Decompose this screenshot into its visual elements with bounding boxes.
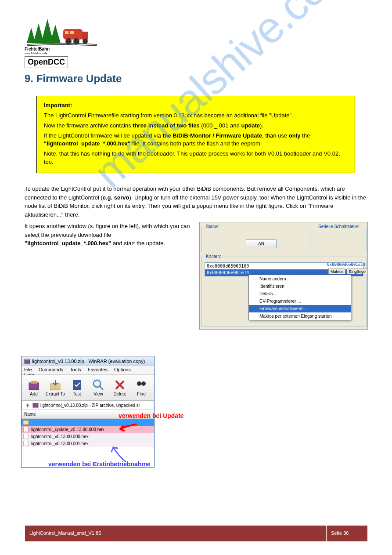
menu-options[interactable]: Options [114,367,131,372]
serial-fieldset: Serielle Schnittstelle: [314,227,367,252]
file-row-000[interactable]: lightcontrol_v0.13.00.000.hex [22,433,154,440]
menu-tools[interactable]: Tools [70,367,81,372]
status-label: Status: [205,224,221,229]
menu-cv-prog[interactable]: CV-Programmierer ... [249,297,351,305]
menu-macros-extern[interactable]: Makros per externen Eingang starten [249,312,351,320]
logo-opendcc: OpenDCC [25,56,68,68]
test-icon [70,378,83,392]
status-fieldset: Status: AN [201,227,310,252]
svg-rect-5 [65,31,68,34]
file-icon [23,427,29,432]
svg-rect-6 [70,31,74,34]
winrar-pathbar[interactable]: lightcontrol_v0.13.00.zip - ZIP archive,… [22,400,154,410]
menu-rename[interactable]: Name ändern ... [249,275,351,283]
menu-firmware-update[interactable]: Firmware aktualisieren ... [249,305,351,312]
svg-rect-12 [73,380,81,390]
folder-icon [23,420,29,425]
section-heading: 9. Firmware Update [25,73,122,85]
header-logo: FichtelBahn www.fichtelbahn.de OpenDCC [25,12,99,58]
toolbar-add[interactable]: Add [23,376,44,399]
svg-rect-9 [29,383,39,390]
svg-point-13 [94,380,101,387]
winrar-title: lightcontrol_v0.13.00.zip - WinRAR (eval… [32,359,145,364]
svg-line-14 [100,386,103,390]
footer-doc-title: LightControl_Manual_smd_V1.86 [25,525,327,542]
toolbar-view[interactable]: View [88,376,109,399]
up-icon[interactable] [25,402,31,408]
menu-favorites[interactable]: Favorites [88,367,108,372]
node-right-label: 0x00000d6e001e14 [327,262,365,267]
winrar-menubar: File Commands Tools Favorites Options He… [22,366,154,375]
body-paragraph-2: It opens another window (s. figure on th… [25,222,191,248]
toolbar-test[interactable]: Test [66,376,87,399]
important-label: Important: [44,102,72,109]
find-icon [135,378,148,392]
svg-rect-8 [25,359,29,360]
file-icon [23,434,29,439]
file-row-001[interactable]: lightcontrol_v0.13.00.001.hex [22,440,154,447]
notice-line-3: If the LightControl firmware will be upd… [44,132,348,149]
delete-icon [113,378,126,392]
annotation-purple: verwenden bei Erstinbetriebnahme [48,461,151,468]
svg-rect-1 [82,32,88,40]
knoten-label: Knoten: [205,254,222,259]
notice-line-2: Now the firmware archive contains three … [44,122,348,130]
toolbar-delete[interactable]: Delete [109,376,130,399]
important-notice-box: Important: The LightControl Firmwarefile… [36,96,355,173]
red-arrow-icon [115,423,137,433]
annotation-red: verwenden bei Update [119,412,184,419]
logo-url: www.fichtelbahn.de [25,52,47,54]
knoten-fieldset: Knoten: 0xc0000d65000100 0x00000d6e001e1… [201,257,367,327]
winrar-screenshot: lightcontrol_v0.13.00.zip - WinRAR (eval… [21,356,155,468]
bidib-monitor-screenshot: Status: AN Serielle Schnittstelle: Knote… [199,222,368,330]
svg-point-4 [83,39,88,44]
svg-rect-22 [24,427,28,432]
menu-details[interactable]: Details ... [249,290,351,297]
tab-eingaenge[interactable]: Eingänge [347,268,368,274]
winrar-titlebar: lightcontrol_v0.13.00.zip - WinRAR (eval… [22,356,154,366]
notice-line-4: Note, that this has nothing to do with t… [44,150,348,167]
notice-line-1: The LightControl Firmwarefile starting f… [44,112,348,120]
extract-icon [49,378,62,392]
view-icon [92,378,105,392]
footer-page-number: Seite 36 [327,525,368,542]
path-text: lightcontrol_v0.13.00.zip - ZIP archive,… [40,403,140,408]
fichtelbahn-logo-graphic [25,12,99,47]
toolbar-extract[interactable]: Extract To [45,376,66,399]
svg-rect-23 [24,434,28,439]
svg-rect-20 [33,403,38,407]
toolbar-find[interactable]: Find [131,376,152,399]
context-menu: Name ändern ... Identifizieren Details .… [248,275,351,320]
archive-icon [32,402,39,408]
svg-rect-21 [23,421,29,424]
svg-rect-10 [31,381,37,384]
svg-rect-19 [140,383,142,385]
winrar-toolbar: Add Extract To Test View Delete Find [22,375,154,400]
menu-identify[interactable]: Identifizieren [249,283,351,290]
an-button[interactable]: AN [246,239,277,248]
menu-commands[interactable]: Commands [39,367,63,372]
menu-file[interactable]: File [24,367,32,372]
body-paragraph-1: To update the LightControl put it to nor… [25,185,367,219]
winrar-icon [24,358,30,364]
svg-rect-24 [24,441,28,446]
tab-makros[interactable]: Makros [328,268,346,274]
file-icon [23,441,29,446]
add-icon [27,378,40,392]
page-footer: LightControl_Manual_smd_V1.86 Seite 36 [25,525,368,542]
logo-title: FichtelBahn [25,47,50,51]
serial-label: Serielle Schnittstelle: [317,224,360,229]
